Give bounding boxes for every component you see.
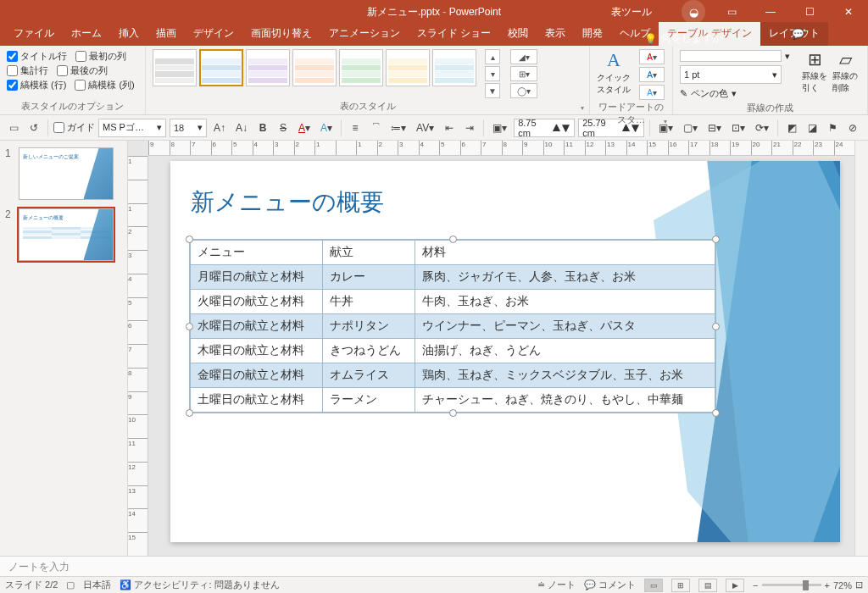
shape-height-input[interactable]: 8.75 cm⯅⯆: [514, 119, 575, 137]
font-size-combo[interactable]: 18▾: [170, 119, 207, 137]
table-style-preset[interactable]: [339, 49, 383, 86]
table-cell[interactable]: 牛肉、玉ねぎ、お米: [415, 290, 715, 314]
align-top-icon[interactable]: ⎴: [367, 119, 384, 137]
chk-banded-cols[interactable]: 縞模様 (列): [75, 79, 134, 91]
tab-review[interactable]: 校閲: [499, 22, 537, 46]
send-backward-icon[interactable]: ▢▾: [680, 119, 701, 137]
table-cell[interactable]: 豚肉、ジャガイモ、人参、玉ねぎ、お米: [415, 265, 715, 290]
resize-handle[interactable]: [449, 236, 457, 243]
gallery-scroll-down-icon[interactable]: ▾: [485, 66, 500, 81]
pen-style-combo[interactable]: [680, 50, 782, 62]
resize-handle[interactable]: [712, 409, 720, 417]
normal-view-icon[interactable]: ▭: [644, 579, 663, 592]
resize-handle[interactable]: [712, 236, 720, 243]
thumbnail-1[interactable]: 1 新しいメニューのご提案: [5, 147, 122, 200]
tab-transitions[interactable]: 画面切り替え: [242, 22, 320, 46]
text-outline-icon[interactable]: A▾: [639, 67, 665, 82]
thumbnail-2[interactable]: 2 新メニューの概要: [5, 208, 122, 261]
spellcheck-icon[interactable]: ▢: [66, 579, 75, 590]
table-style-preset[interactable]: [199, 49, 243, 86]
pen-color-button[interactable]: ✎ペンの色 ▾: [680, 87, 790, 100]
draw-table-button[interactable]: ⊞罫線を 引く: [802, 49, 827, 94]
table-cell[interactable]: 水曜日の献立と材料: [191, 314, 323, 339]
notes-pane[interactable]: ノートを入力: [0, 556, 868, 576]
tab-view[interactable]: 表示: [537, 22, 574, 46]
gallery-more-icon[interactable]: ▼: [485, 83, 500, 98]
table-cell[interactable]: ナポリタン: [322, 314, 415, 339]
misc1-icon[interactable]: ◩: [783, 119, 800, 137]
grow-font-icon[interactable]: A↑: [210, 119, 229, 137]
align-icon[interactable]: ⊟▾: [704, 119, 725, 137]
pen-weight-combo[interactable]: 1 pt▾: [680, 65, 782, 84]
borders-icon[interactable]: ⊞▾: [510, 66, 537, 81]
table-cell[interactable]: きつねうどん: [322, 339, 415, 363]
font-color-icon[interactable]: A▾: [295, 119, 314, 137]
slide-title[interactable]: 新メニューの概要: [191, 186, 384, 219]
table-cell[interactable]: 土曜日の献立と材料: [191, 388, 323, 413]
misc4-icon[interactable]: ⊘: [844, 119, 861, 137]
table-header-cell[interactable]: メニュー: [191, 241, 323, 265]
resize-handle[interactable]: [712, 323, 720, 330]
tab-slideshow[interactable]: スライド ショー: [409, 22, 499, 46]
zoom-in-icon[interactable]: +: [825, 580, 830, 590]
indent-dec-icon[interactable]: ⇤: [441, 119, 458, 137]
table-cell[interactable]: 油揚げ、ねぎ、うどん: [415, 339, 715, 363]
table-header-cell[interactable]: 材料: [415, 241, 715, 265]
rotate-icon[interactable]: ⟳▾: [752, 119, 772, 137]
table-cell[interactable]: 月曜日の献立と材料: [191, 265, 323, 290]
zoom-control[interactable]: − + 72% ⊡: [753, 579, 863, 590]
shrink-font-icon[interactable]: A↓: [232, 119, 251, 137]
bullets-icon[interactable]: ≔▾: [387, 119, 409, 137]
strike-icon[interactable]: S: [275, 119, 292, 137]
resize-handle[interactable]: [186, 409, 193, 417]
shading-icon[interactable]: ◢▾: [510, 49, 537, 64]
resize-handle[interactable]: [186, 323, 193, 330]
table-style-preset[interactable]: [432, 49, 476, 86]
table-cell[interactable]: オムライス: [322, 363, 415, 388]
insert-icon[interactable]: ▣▾: [489, 119, 510, 137]
tell-me[interactable]: 💡何をしますか: [644, 31, 722, 46]
table-style-preset[interactable]: [292, 49, 337, 86]
slideshow-view-icon[interactable]: ▶: [726, 579, 744, 592]
slide[interactable]: 新メニューの概要 メニュー献立材料月曜日の献立と材料カレー豚肉、ジャガイモ、人参…: [170, 161, 840, 542]
account-icon[interactable]: ◒: [682, 0, 705, 24]
table-cell[interactable]: 木曜日の献立と材料: [191, 339, 323, 363]
misc2-icon[interactable]: ◪: [804, 119, 821, 137]
chk-last-col[interactable]: 最後の列: [57, 64, 108, 77]
align-left-icon[interactable]: ≡: [347, 119, 364, 137]
tab-design[interactable]: デザイン: [185, 22, 242, 46]
table-cell[interactable]: カレー: [322, 265, 415, 290]
bold-icon[interactable]: B: [254, 119, 271, 137]
spacing-icon[interactable]: AV▾: [413, 119, 437, 137]
tab-developer[interactable]: 開発: [574, 22, 611, 46]
table-style-preset[interactable]: [153, 49, 197, 86]
table-cell[interactable]: ラーメン: [322, 388, 415, 413]
table-cell[interactable]: チャーシュー、ねぎ、焼きのり、もやし、中華麺: [415, 388, 715, 413]
table-cell[interactable]: 火曜日の献立と材料: [191, 290, 323, 314]
chk-header-row[interactable]: タイトル行: [7, 50, 67, 63]
chk-first-col[interactable]: 最初の列: [75, 50, 126, 63]
vertical-scrollbar[interactable]: [854, 141, 868, 556]
resize-handle[interactable]: [449, 409, 457, 417]
misc3-icon[interactable]: ⚑: [824, 119, 841, 137]
close-icon[interactable]: ✕: [829, 0, 868, 24]
table-cell[interactable]: 鶏肉、玉ねぎ、ミックスベジタブル、玉子、お米: [415, 363, 715, 388]
minimize-icon[interactable]: ―: [751, 0, 790, 24]
zoom-out-icon[interactable]: −: [753, 580, 758, 590]
text-fill-icon[interactable]: A▾: [639, 49, 665, 64]
zoom-level[interactable]: 72%: [833, 580, 852, 590]
table-cell[interactable]: 牛丼: [322, 290, 415, 314]
table-header-cell[interactable]: 献立: [322, 241, 415, 265]
ribbon-options-icon[interactable]: ▭: [712, 0, 751, 24]
slide-thumbnail-pane[interactable]: 1 新しいメニューのご提案 2 新メニューの概要: [0, 141, 128, 556]
gallery-scroll-up-icon[interactable]: ▴: [485, 49, 500, 64]
tab-insert[interactable]: 挿入: [110, 22, 147, 46]
resize-handle[interactable]: [186, 236, 193, 243]
group-icon[interactable]: ⊡▾: [728, 119, 748, 137]
orientation-icon[interactable]: ▭: [5, 119, 22, 137]
table-style-preset[interactable]: [246, 49, 290, 86]
style-gallery[interactable]: [153, 49, 476, 86]
chk-guides[interactable]: ガイド: [53, 121, 95, 134]
notes-button[interactable]: ≐ ノート: [537, 579, 576, 591]
chk-banded-rows[interactable]: 縞模様 (行): [7, 79, 66, 91]
